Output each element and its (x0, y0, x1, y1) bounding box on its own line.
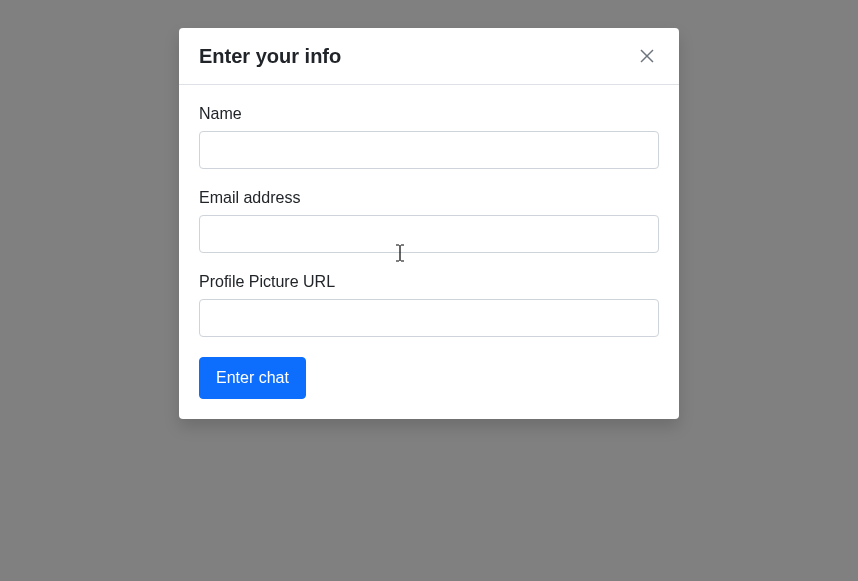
profile-url-input[interactable] (199, 299, 659, 337)
email-field-group: Email address (199, 189, 659, 253)
modal-header: Enter your info (179, 28, 679, 85)
enter-info-modal: Enter your info Name Email address Profi… (179, 28, 679, 419)
name-field-group: Name (199, 105, 659, 169)
name-label: Name (199, 105, 659, 123)
profile-url-field-group: Profile Picture URL (199, 273, 659, 337)
close-icon (639, 48, 655, 64)
email-label: Email address (199, 189, 659, 207)
email-input[interactable] (199, 215, 659, 253)
modal-title: Enter your info (199, 45, 341, 68)
close-button[interactable] (635, 44, 659, 68)
name-input[interactable] (199, 131, 659, 169)
profile-url-label: Profile Picture URL (199, 273, 659, 291)
enter-chat-button[interactable]: Enter chat (199, 357, 306, 399)
modal-body: Name Email address Profile Picture URL E… (179, 85, 679, 419)
